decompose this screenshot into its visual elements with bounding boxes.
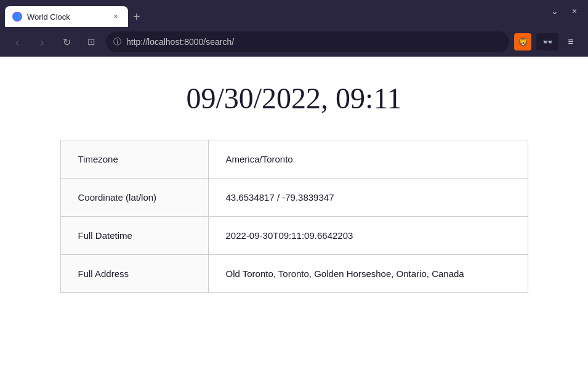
bookmark-button[interactable]: ⊡: [81, 32, 101, 52]
table-cell-value: Old Toronto, Toronto, Golden Horseshoe, …: [208, 255, 528, 293]
tab-title: World Clock: [27, 12, 106, 22]
tab-close-button[interactable]: ×: [111, 12, 121, 22]
table-cell-value: 2022-09-30T09:11:09.6642203: [208, 217, 528, 255]
new-tab-button[interactable]: +: [128, 6, 145, 27]
info-table: TimezoneAmerica/TorontoCoordinate (lat/l…: [60, 140, 528, 293]
table-row: Full AddressOld Toronto, Toronto, Golden…: [60, 255, 528, 293]
table-row: Coordinate (lat/lon)43.6534817 / -79.383…: [60, 179, 528, 217]
chevron-down-icon[interactable]: ⌄: [546, 2, 563, 20]
tab-favicon: 🌐: [12, 12, 22, 22]
brave-shield-icon[interactable]: 🦁: [514, 33, 531, 50]
browser-chrome: 🌐 World Clock × + ⌄ × ‹ › ↻ ⊡ ⓘ http://l…: [0, 0, 588, 57]
table-cell-label: Full Datetime: [60, 217, 208, 255]
address-bar[interactable]: ⓘ http://localhost:8000/search/: [106, 31, 509, 52]
table-cell-value: America/Toronto: [208, 140, 528, 179]
forward-button[interactable]: ›: [32, 32, 52, 52]
table-row: TimezoneAmerica/Toronto: [60, 140, 528, 179]
datetime-display: 09/30/2022, 09:11: [186, 81, 401, 115]
warning-icon: ⓘ: [113, 36, 121, 47]
nav-bar: ‹ › ↻ ⊡ ⓘ http://localhost:8000/search/ …: [0, 27, 588, 57]
menu-button[interactable]: ≡: [561, 32, 581, 52]
active-tab[interactable]: 🌐 World Clock ×: [5, 6, 128, 27]
page-content: 09/30/2022, 09:11 TimezoneAmerica/Toront…: [0, 57, 588, 386]
back-button[interactable]: ‹: [7, 32, 27, 52]
address-text: http://localhost:8000/search/: [126, 37, 502, 47]
table-cell-label: Coordinate (lat/lon): [60, 179, 208, 217]
reload-button[interactable]: ↻: [57, 32, 76, 52]
nav-extra-buttons: 👓 ≡: [536, 32, 581, 52]
table-cell-value: 43.6534817 / -79.3839347: [208, 179, 528, 217]
window-controls: ⌄ ×: [546, 2, 583, 25]
table-cell-label: Full Address: [60, 255, 208, 293]
title-bar: 🌐 World Clock × + ⌄ ×: [0, 0, 588, 27]
glasses-button[interactable]: 👓: [536, 33, 558, 50]
table-cell-label: Timezone: [60, 140, 208, 179]
table-row: Full Datetime2022-09-30T09:11:09.6642203: [60, 217, 528, 255]
window-close-button[interactable]: ×: [566, 2, 583, 20]
tab-bar: 🌐 World Clock × +: [5, 0, 546, 27]
